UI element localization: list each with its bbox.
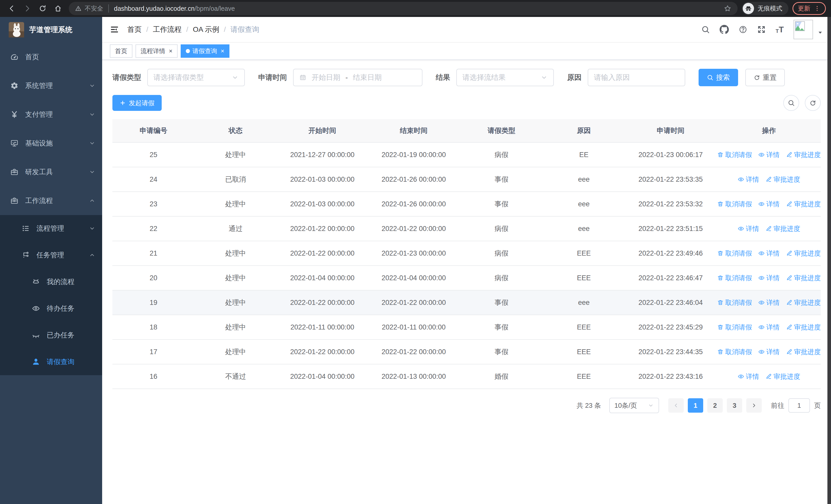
progress-link[interactable]: 审批进度 [786,348,821,356]
browser-forward-button[interactable] [21,2,34,15]
refresh-icon [753,74,760,81]
progress-link[interactable]: 审批进度 [786,200,821,209]
cancel-link[interactable]: 取消请假 [717,323,752,332]
breadcrumb-item-工作流程[interactable]: 工作流程 [153,25,182,34]
detail-link[interactable]: 详情 [738,372,759,381]
cancel-link[interactable]: 取消请假 [717,298,752,307]
page-button-2[interactable]: 2 [707,398,723,413]
sidebar-item-任务管理[interactable]: 任务管理 [0,242,102,268]
cancel-link[interactable]: 取消请假 [717,348,752,356]
tab-首页[interactable]: 首页 [110,45,133,58]
reason-input[interactable] [589,69,684,86]
create-leave-button[interactable]: 发起请假 [112,95,162,111]
progress-link[interactable]: 审批进度 [786,298,821,307]
progress-link[interactable]: 审批进度 [765,175,800,184]
progress-link[interactable]: 审批进度 [765,372,800,381]
sidebar-item-研发工具[interactable]: 研发工具 [0,157,102,186]
chevron-down-icon [89,169,95,175]
breadcrumb-item-OA 示例[interactable]: OA 示例 [193,25,220,34]
sidebar-item-我的流程[interactable]: 我的流程 [0,268,102,295]
progress-link[interactable]: 审批进度 [786,249,821,258]
app-logo-row[interactable]: 芋道管理系统 [0,17,102,42]
site-security-badge[interactable]: 不安全 [75,4,109,12]
browser-reload-button[interactable] [36,2,49,15]
sidebar-item-支付管理[interactable]: 支付管理 [0,100,102,129]
column-header-结束时间: 结束时间 [368,126,459,135]
search-button[interactable]: 搜索 [698,69,738,86]
warning-icon [75,5,82,12]
browser-scrollbar[interactable] [827,17,831,504]
cell-结束时间: 2022-01-26 00:00:00 [368,200,459,208]
page-button-3[interactable]: 3 [727,398,742,413]
avatar-caret-icon[interactable] [817,30,823,36]
github-icon[interactable] [720,25,729,34]
apply-time-range-picker[interactable]: 开始日期 - 结束日期 [293,69,423,86]
breadcrumb-item-首页[interactable]: 首页 [127,25,142,34]
pen-icon [786,250,793,257]
detail-link[interactable]: 详情 [738,224,759,233]
cancel-link[interactable]: 取消请假 [717,273,752,283]
tree-list-icon [22,224,30,233]
address-bar[interactable]: 不安全 dashboard.yudao.iocoder.cn/bpm/oa/le… [69,2,738,15]
sidebar-item-label: 研发工具 [25,167,53,177]
result-label: 结果 [436,72,450,82]
prev-page-button[interactable] [668,398,684,413]
page-button-1[interactable]: 1 [688,398,703,413]
bookmark-star-icon[interactable] [724,5,732,12]
browser-menu-icon[interactable] [814,5,821,12]
detail-link[interactable]: 详情 [758,323,780,332]
cancel-link[interactable]: 取消请假 [717,150,752,159]
tab-请假查询[interactable]: 请假查询× [181,45,229,58]
refresh-table-button[interactable] [805,95,821,111]
detail-link[interactable]: 详情 [758,298,780,307]
leave-type-select[interactable]: 请选择请假类型 [147,69,245,86]
cell-申请编号: 17 [112,348,195,356]
cancel-link[interactable]: 取消请假 [717,200,752,209]
next-page-button[interactable] [746,398,762,413]
detail-link[interactable]: 详情 [758,348,780,356]
reset-button[interactable]: 重置 [745,69,785,86]
pen-icon [786,201,793,207]
progress-label: 审批进度 [794,273,821,283]
result-select[interactable]: 请选择流结果 [456,69,554,86]
hide-search-button[interactable] [783,95,799,111]
detail-link[interactable]: 详情 [738,175,759,184]
sidebar-item-流程管理[interactable]: 流程管理 [0,215,102,242]
goto-page-input[interactable] [789,398,810,413]
cell-原因: EE [544,151,624,159]
sidebar-item-工作流程[interactable]: 工作流程 [0,186,102,215]
trash-icon [717,324,724,330]
sidebar-item-系统管理[interactable]: 系统管理 [0,71,102,100]
cancel-link[interactable]: 取消请假 [717,249,752,258]
page-size-select[interactable]: 10条/页 [609,398,659,413]
browser-update-button[interactable]: 更新 [793,2,826,15]
progress-label: 审批进度 [794,200,821,209]
detail-link[interactable]: 详情 [758,200,780,209]
cell-操作: 取消请假详情审批进度 [717,298,821,307]
progress-link[interactable]: 审批进度 [786,150,821,159]
cell-原因: EEE [544,274,624,282]
sidebar-item-基础设施[interactable]: 基础设施 [0,129,102,157]
table-body: 25处理中2021-12-27 00:00:002022-01-19 00:00… [112,143,821,389]
sidebar-collapse-icon[interactable] [110,25,119,34]
sidebar-item-请假查询[interactable]: 请假查询 [0,349,102,375]
sidebar-item-待办任务[interactable]: 待办任务 [0,295,102,322]
browser-home-button[interactable] [51,2,65,15]
font-size-icon[interactable]: TT [776,25,784,34]
fullscreen-icon[interactable] [757,25,766,34]
search-icon[interactable] [701,25,710,34]
sidebar-item-首页[interactable]: 首页 [0,42,102,71]
help-icon[interactable] [739,25,747,34]
detail-link[interactable]: 详情 [758,150,780,159]
avatar[interactable] [794,20,813,39]
tab-流程详情[interactable]: 流程详情× [136,45,178,58]
close-icon[interactable]: × [221,48,224,54]
detail-link[interactable]: 详情 [758,273,780,283]
progress-link[interactable]: 审批进度 [786,273,821,283]
close-icon[interactable]: × [169,48,172,54]
detail-link[interactable]: 详情 [758,249,780,258]
progress-link[interactable]: 审批进度 [765,224,800,233]
sidebar-item-已办任务[interactable]: 已办任务 [0,322,102,349]
browser-back-button[interactable] [5,2,19,15]
progress-link[interactable]: 审批进度 [786,323,821,332]
